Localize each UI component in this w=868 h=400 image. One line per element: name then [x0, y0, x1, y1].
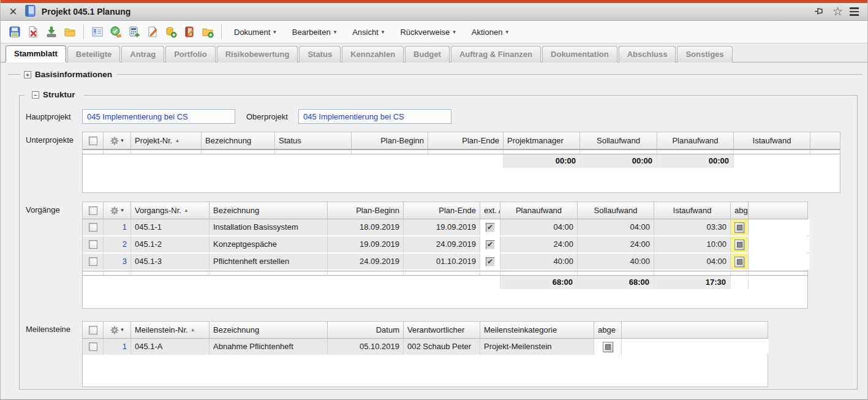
journal-icon[interactable] — [181, 23, 198, 40]
collapse-icon[interactable]: − — [32, 91, 39, 99]
col-meilensteinkategorie[interactable]: Meilensteinkategorie — [480, 322, 594, 338]
tab-dokumentation[interactable]: Dokumentation — [542, 46, 617, 62]
ext-checkbox[interactable]: ✔ — [486, 240, 495, 249]
open-folder-icon[interactable] — [61, 23, 78, 40]
chevron-down-icon: ▾ — [453, 29, 456, 35]
status-check-icon[interactable] — [107, 23, 124, 40]
meilensteine-block: Meilensteine ▾ Meilenstein-Nr.▲ Bezeichn… — [26, 321, 857, 387]
tab-auftrag-finanzen[interactable]: Auftrag & Finanzen — [451, 46, 541, 62]
menu-rueckverweise[interactable]: Rückverweise▾ — [394, 25, 461, 39]
row-index-link[interactable]: 1 — [107, 219, 127, 235]
select-all-checkbox[interactable] — [83, 202, 104, 219]
table-row[interactable]: 1 045.1-A Abnahme Pflichtenheft 05.10.20… — [83, 339, 768, 356]
table-header: ▾ Vorgangs-Nr.▲ Bezeichnung Plan-Beginn … — [83, 202, 807, 219]
col-istaufwand[interactable]: Istaufwand — [654, 202, 731, 219]
abgeschlossen-toggle[interactable] — [734, 257, 744, 267]
tab-stammblatt[interactable]: Stammblatt — [6, 45, 66, 62]
col-bezeichnung[interactable]: Bezeichnung — [209, 322, 328, 338]
edit-document-icon[interactable] — [144, 23, 161, 40]
table-row[interactable]: 1 045.1-1 Installation Basissystem 18.09… — [83, 219, 807, 236]
pin-icon[interactable] — [813, 6, 826, 18]
col-plan-beginn[interactable]: Plan-Beginn — [328, 202, 404, 219]
menu-ansicht[interactable]: Ansicht▾ — [346, 25, 390, 39]
close-icon[interactable]: × — [9, 6, 17, 18]
col-bezeichnung[interactable]: Bezeichnung — [202, 132, 275, 149]
unterprojekte-block: Unterprojekte ▾ Projekt-Nr.▲ Bezeichnung… — [26, 132, 857, 193]
select-all-checkbox[interactable] — [83, 322, 104, 338]
structure-view-icon[interactable] — [89, 23, 106, 40]
import-icon[interactable] — [43, 23, 60, 40]
col-meilenstein-nr[interactable]: Meilenstein-Nr.▲ — [131, 322, 209, 338]
tab-budget[interactable]: Budget — [405, 46, 450, 62]
hauptprojekt-field[interactable] — [82, 109, 235, 124]
gear-menu-button[interactable]: ▾ — [104, 132, 131, 149]
tab-portfolio[interactable]: Portfolio — [165, 46, 215, 62]
ext-checkbox[interactable]: ✔ — [486, 257, 495, 266]
col-istaufwand[interactable]: Istaufwand — [734, 132, 810, 149]
row-index-link[interactable]: 3 — [107, 254, 127, 270]
add-folder-icon[interactable] — [199, 23, 216, 40]
col-plan-ende[interactable]: Plan-Ende — [428, 132, 504, 149]
toolbar-separator — [221, 25, 222, 39]
gear-menu-button[interactable]: ▾ — [104, 202, 131, 219]
col-projekt-nr[interactable]: Projekt-Nr.▲ — [131, 132, 202, 149]
col-bezeichnung[interactable]: Bezeichnung — [209, 202, 328, 219]
col-sollaufwand[interactable]: Sollaufwand — [580, 132, 657, 149]
ext-checkbox[interactable]: ✔ — [486, 223, 495, 232]
star-icon[interactable]: ☆ — [832, 6, 843, 17]
tab-sonstiges[interactable]: Sonstiges — [677, 46, 732, 62]
abgeschlossen-toggle[interactable] — [603, 342, 613, 352]
total-istaufwand: 17:30 — [654, 276, 731, 289]
col-planaufwand[interactable]: Planaufwand — [500, 202, 578, 219]
col-vorgangs-nr[interactable]: Vorgangs-Nr.▲ — [131, 202, 209, 219]
chevron-down-icon: ▾ — [505, 29, 508, 35]
select-all-checkbox[interactable] — [83, 132, 104, 149]
hauptprojekt-label: Hauptprojekt — [26, 112, 82, 121]
menu-dokument[interactable]: Dokument▾ — [228, 25, 282, 39]
tab-antrag[interactable]: Antrag — [121, 46, 164, 62]
menu-bearbeiten[interactable]: Bearbeiten▾ — [286, 25, 342, 39]
save-icon[interactable] — [6, 23, 23, 40]
tab-risikobewertung[interactable]: Risikobewertung — [217, 46, 298, 62]
row-checkbox[interactable] — [83, 254, 104, 270]
toolbar-separator — [83, 25, 84, 39]
tab-status[interactable]: Status — [299, 46, 341, 62]
row-index-link[interactable]: 2 — [107, 236, 127, 252]
section-title: Basisinformationen — [35, 70, 112, 79]
toolbar: Dokument▾ Bearbeiten▾ Ansicht▾ Rückverwe… — [1, 21, 867, 43]
window-menu-icon[interactable] — [850, 7, 859, 16]
abgeschlossen-toggle[interactable] — [734, 222, 744, 233]
page-title: Projekt 045.1 Planung — [42, 7, 131, 17]
section-struktur: − Struktur Hauptprojekt Oberprojekt Unte… — [19, 95, 858, 390]
add-costs-icon[interactable] — [162, 23, 179, 40]
col-datum[interactable]: Datum — [328, 322, 404, 338]
col-planaufwand[interactable]: Planaufwand — [657, 132, 734, 149]
abgeschlossen-toggle[interactable] — [734, 240, 744, 250]
table-row[interactable]: 3 045.1-3 Pflichtenheft erstellen 24.09.… — [83, 254, 807, 271]
project-fields: Hauptprojekt Oberprojekt — [26, 109, 857, 124]
col-sollaufwand[interactable]: Sollaufwand — [578, 202, 654, 219]
row-checkbox[interactable] — [83, 236, 104, 252]
calculate-icon[interactable] — [126, 23, 143, 40]
col-plan-beginn[interactable]: Plan-Beginn — [352, 132, 428, 149]
col-projektmanager[interactable]: Projektmanager — [504, 132, 580, 149]
row-checkbox[interactable] — [83, 339, 104, 355]
col-plan-ende[interactable]: Plan-Ende — [404, 202, 480, 219]
delete-document-icon[interactable] — [25, 23, 42, 40]
oberprojekt-field[interactable] — [298, 109, 451, 124]
expand-icon[interactable]: + — [24, 71, 31, 78]
col-verantwortlicher[interactable]: Verantwortlicher — [404, 322, 480, 338]
table-row[interactable]: 2 045.1-2 Konzeptgespäche 19.09.2019 24.… — [83, 236, 807, 254]
gear-menu-button[interactable]: ▾ — [104, 322, 131, 338]
tab-abschluss[interactable]: Abschluss — [619, 46, 676, 62]
col-abgeschlossen[interactable]: abge — [731, 202, 749, 219]
row-checkbox[interactable] — [83, 219, 104, 235]
tab-beteiligte[interactable]: Beteiligte — [67, 46, 121, 62]
main-content: + Basisinformationen − Struktur Hauptpro… — [1, 62, 867, 400]
col-abgeschlossen[interactable]: abge — [594, 322, 622, 338]
row-index-link[interactable]: 1 — [107, 339, 127, 355]
menu-aktionen[interactable]: Aktionen▾ — [466, 25, 515, 39]
tab-kennzahlen[interactable]: Kennzahlen — [342, 46, 404, 62]
col-status[interactable]: Status — [275, 132, 352, 149]
col-ext[interactable]: ext. A — [480, 202, 500, 219]
